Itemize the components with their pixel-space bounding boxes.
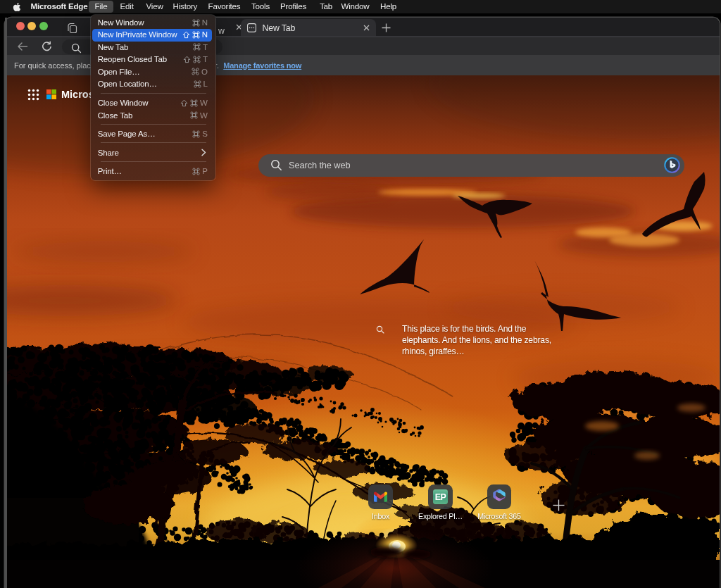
svg-text:EP: EP <box>435 492 446 502</box>
